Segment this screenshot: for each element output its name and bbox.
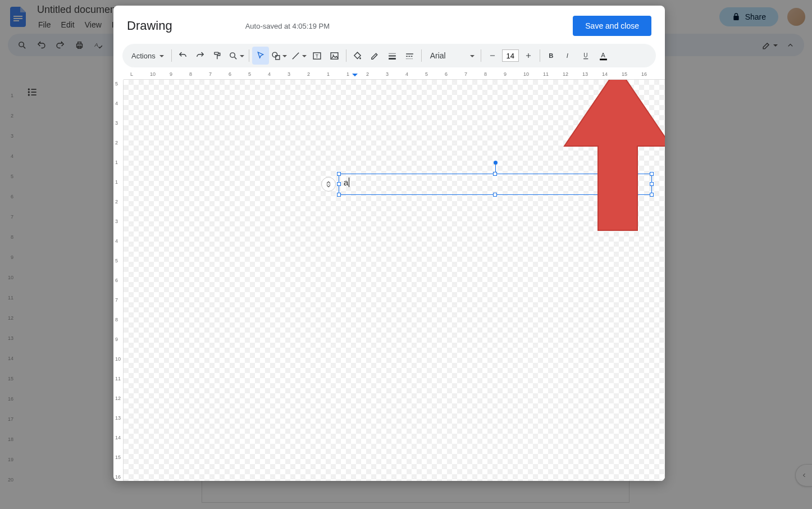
resize-handle[interactable] [493,193,497,197]
autosave-status: Auto-saved at 4:05:19 PM [245,22,330,30]
vertical-ruler[interactable]: 54321123456789101112131415161718195 [113,80,124,481]
font-size-input[interactable] [502,49,519,62]
fill-color-icon[interactable] [349,47,366,65]
indent-marker-icon[interactable] [352,74,358,79]
text-color-icon[interactable]: A [595,47,612,65]
drawing-canvas[interactable]: a [124,80,665,481]
svg-rect-16 [215,52,218,54]
svg-line-18 [234,57,236,59]
text-box-shape[interactable]: a [339,174,652,195]
svg-rect-20 [275,55,279,59]
fit-text-handle-icon[interactable] [321,177,336,192]
resize-handle[interactable] [650,193,654,197]
svg-text:I: I [567,52,568,59]
annotation-arrow-icon [562,80,665,242]
text-content[interactable]: a [339,174,651,190]
svg-line-21 [292,52,298,58]
resize-handle[interactable] [493,172,497,176]
resize-handle[interactable] [337,172,341,176]
zoom-icon[interactable] [227,47,246,65]
drawing-toolbar: Actions T Arial B I U A [122,44,656,67]
underline-icon[interactable]: U [578,47,595,65]
dialog-title: Drawing [127,19,172,33]
italic-icon[interactable]: I [560,47,577,65]
undo-icon[interactable] [175,47,191,65]
drawing-dialog: Drawing Auto-saved at 4:05:19 PM Save an… [113,6,665,481]
font-size-increase-icon[interactable] [520,47,537,65]
textbox-tool-icon[interactable]: T [309,47,326,65]
rotation-handle[interactable] [494,161,498,165]
resize-handle[interactable] [337,182,341,186]
bold-icon[interactable]: B [543,47,560,65]
svg-text:U: U [583,52,587,58]
redo-icon[interactable] [192,47,209,65]
svg-text:B: B [549,52,553,59]
resize-handle[interactable] [650,182,654,186]
paint-format-icon[interactable] [209,47,226,65]
svg-rect-40 [600,58,607,60]
image-tool-icon[interactable] [326,47,343,65]
horizontal-ruler[interactable]: L1098765432112345678910111213141516 [124,71,665,80]
resize-handle[interactable] [337,193,341,197]
save-and-close-button[interactable]: Save and close [573,16,651,36]
svg-point-19 [272,52,277,57]
font-size-control [484,47,537,65]
shape-tool-icon[interactable] [270,47,289,65]
svg-text:A: A [601,51,605,58]
select-tool-icon[interactable] [252,47,269,65]
line-tool-icon[interactable] [289,47,308,65]
resize-handle[interactable] [650,172,654,176]
actions-menu[interactable]: Actions [127,47,168,65]
font-size-decrease-icon[interactable] [484,47,501,65]
font-family-select[interactable]: Arial [425,51,478,60]
border-color-icon[interactable] [367,47,384,65]
svg-text:T: T [316,53,318,59]
border-dash-icon[interactable] [402,47,418,65]
border-weight-icon[interactable] [384,47,401,65]
svg-point-17 [230,52,235,57]
